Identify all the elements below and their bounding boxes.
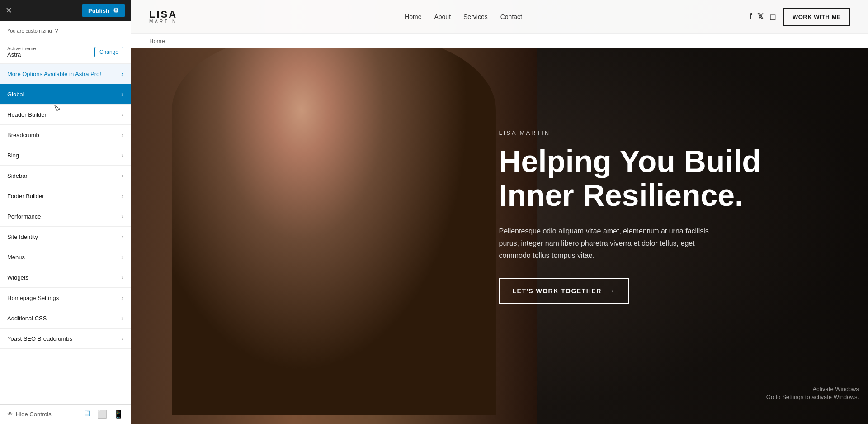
site-navigation: Home About Services Contact — [405, 13, 522, 20]
chevron-icon-blog: › — [121, 152, 123, 159]
menu-item-performance[interactable]: Performance› — [0, 206, 131, 227]
menu-item-label-menus: Menus — [7, 254, 25, 261]
hero-title-line1: Helping You Build — [499, 144, 761, 178]
menu-item-breadcrumb[interactable]: Breadcrumb› — [0, 125, 131, 145]
customizer-top-bar: ✕ Publish ⚙ — [0, 0, 131, 21]
windows-line1: Activate Windows — [766, 385, 859, 393]
nav-home[interactable]: Home — [405, 13, 421, 20]
menu-item-yoast-seo[interactable]: Yoast SEO Breadcrumbs› — [0, 329, 131, 349]
customizer-bottom: 👁 Hide Controls 🖥 ⬜ 📱 — [0, 404, 131, 424]
preview-area: LISA MARTIN Home About Services Contact … — [131, 0, 868, 424]
menu-item-label-blog: Blog — [7, 152, 19, 159]
hero-title-line2: Inner Resilience. — [499, 178, 743, 212]
chevron-icon-global: › — [121, 91, 123, 98]
theme-section: Active theme Astra Change — [0, 40, 131, 64]
breadcrumb-bar: Home — [131, 34, 868, 48]
publish-button[interactable]: Publish ⚙ — [82, 4, 125, 17]
menu-item-label-global: Global — [7, 91, 24, 98]
desktop-device-icon[interactable]: 🖥 — [83, 409, 91, 419]
chevron-icon-astra-pro: › — [121, 70, 123, 77]
help-icon[interactable]: ? — [55, 27, 58, 34]
menu-item-site-identity[interactable]: Site Identity› — [0, 227, 131, 247]
menu-item-label-performance: Performance — [7, 213, 41, 220]
facebook-icon[interactable]: f — [750, 12, 752, 22]
eye-icon: 👁 — [7, 411, 13, 418]
menu-item-label-sidebar: Sidebar — [7, 172, 28, 179]
chevron-icon-widgets: › — [121, 274, 123, 281]
chevron-icon-site-identity: › — [121, 233, 123, 240]
menu-item-label-homepage-settings: Homepage Settings — [7, 295, 59, 301]
chevron-icon-sidebar: › — [121, 172, 123, 179]
tablet-device-icon[interactable]: ⬜ — [97, 409, 107, 419]
theme-info: Active theme Astra — [7, 46, 36, 58]
site-header: LISA MARTIN Home About Services Contact … — [131, 0, 868, 34]
change-theme-button[interactable]: Change — [94, 47, 123, 57]
menu-item-label-additional-css: Additional CSS — [7, 315, 47, 322]
menu-item-menus[interactable]: Menus› — [0, 247, 131, 267]
logo-name-bottom: MARTIN — [149, 19, 177, 24]
site-logo: LISA MARTIN — [149, 10, 177, 24]
hero-title: Helping You Build Inner Resilience. — [499, 144, 841, 212]
work-with-me-button[interactable]: WORK WITH ME — [783, 8, 850, 26]
chevron-icon-yoast-seo: › — [121, 335, 123, 342]
social-icons: f 𝕏 ◻ — [750, 12, 776, 22]
chevron-icon-additional-css: › — [121, 314, 123, 322]
mobile-device-icon[interactable]: 📱 — [113, 409, 123, 419]
chevron-icon-performance: › — [121, 213, 123, 220]
menu-item-sidebar[interactable]: Sidebar› — [0, 166, 131, 186]
breadcrumb-home[interactable]: Home — [149, 38, 165, 44]
menu-item-label-site-identity: Site Identity — [7, 233, 38, 240]
hide-controls-label: Hide Controls — [16, 411, 52, 418]
publish-label: Publish — [88, 7, 109, 14]
chevron-icon-breadcrumb: › — [121, 131, 123, 138]
cta-arrow-icon: → — [607, 286, 616, 295]
nav-contact[interactable]: Contact — [500, 13, 522, 20]
nav-services[interactable]: Services — [463, 13, 488, 20]
menu-item-label-breadcrumb: Breadcrumb — [7, 132, 39, 138]
menu-item-homepage-settings[interactable]: Homepage Settings› — [0, 288, 131, 308]
nav-about[interactable]: About — [434, 13, 451, 20]
windows-watermark: Activate Windows Go to Settings to activ… — [766, 385, 859, 401]
menu-item-label-widgets: Widgets — [7, 274, 28, 281]
logo-name-top: LISA — [149, 10, 177, 19]
menu-item-label-footer-builder: Footer Builder — [7, 193, 44, 200]
close-button[interactable]: ✕ — [5, 6, 12, 14]
menu-item-astra-pro[interactable]: More Options Available in Astra Pro!› — [0, 64, 131, 84]
hero-content: LISA MARTIN Helping You Build Inner Resi… — [463, 0, 868, 424]
menu-item-label-yoast-seo: Yoast SEO Breadcrumbs — [7, 335, 72, 342]
device-icons: 🖥 ⬜ 📱 — [83, 409, 123, 419]
gear-icon: ⚙ — [113, 7, 119, 14]
menu-item-blog[interactable]: Blog› — [0, 145, 131, 166]
hide-controls-button[interactable]: 👁 Hide Controls — [7, 411, 52, 418]
chevron-icon-header-builder: › — [121, 111, 123, 118]
hero-author-name: LISA MARTIN — [499, 129, 841, 136]
menu-item-additional-css[interactable]: Additional CSS› — [0, 308, 131, 329]
menu-item-label-header-builder: Header Builder — [7, 111, 47, 118]
header-right: f 𝕏 ◻ WORK WITH ME — [750, 8, 850, 26]
chevron-icon-homepage-settings: › — [121, 294, 123, 301]
theme-label: Active theme — [7, 46, 36, 51]
menu-item-widgets[interactable]: Widgets› — [0, 267, 131, 288]
chevron-icon-footer-builder: › — [121, 192, 123, 200]
chevron-icon-menus: › — [121, 253, 123, 261]
instagram-icon[interactable]: ◻ — [769, 12, 776, 22]
customizer-menu: More Options Available in Astra Pro!›Glo… — [0, 64, 131, 404]
menu-item-label-astra-pro: More Options Available in Astra Pro! — [7, 71, 101, 77]
customizer-panel: ✕ Publish ⚙ You are customizing ? Active… — [0, 0, 131, 424]
theme-name: Astra — [7, 51, 36, 58]
hero-description: Pellentesque odio aliquam vitae amet, el… — [499, 225, 716, 262]
customizer-info: You are customizing ? — [0, 21, 131, 40]
menu-item-header-builder[interactable]: Header Builder› — [0, 105, 131, 125]
menu-item-global[interactable]: Global› — [0, 84, 131, 105]
cta-button[interactable]: LET'S WORK TOGETHER → — [499, 278, 630, 304]
cta-label: LET'S WORK TOGETHER — [513, 287, 602, 295]
menu-item-footer-builder[interactable]: Footer Builder› — [0, 186, 131, 206]
customizing-label: You are customizing ? — [7, 27, 123, 34]
twitter-icon[interactable]: 𝕏 — [757, 12, 764, 22]
windows-line2: Go to Settings to activate Windows. — [766, 393, 859, 401]
